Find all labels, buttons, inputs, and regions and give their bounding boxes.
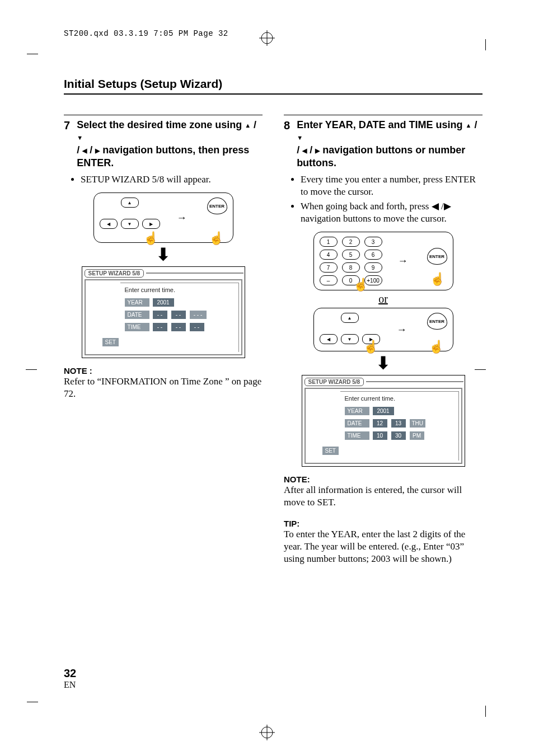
note-text: Refer to “INFORMATION on Time Zone ” on … xyxy=(64,375,263,400)
crop-mark xyxy=(26,369,37,370)
registration-mark-bottom xyxy=(259,725,275,744)
set-row: SET xyxy=(92,336,234,346)
bullet: SETUP WIZARD 5/8 will appear. xyxy=(81,173,263,186)
page: ST200.qxd 03.3.19 7:05 PM Page 32 Initia… xyxy=(0,0,534,756)
two-column-layout: 7 Select the desired time zone using ▲ /… xyxy=(64,115,483,575)
hand-pointer-icon: ☝ xyxy=(429,341,444,353)
page-lang: EN xyxy=(64,680,76,689)
date-day: - - xyxy=(171,310,186,320)
num-4-button: 4 xyxy=(320,250,338,260)
section-title: Initial Setups (Setup Wizard) xyxy=(64,77,483,91)
remote-dpad-illustration: ▲ ◀ ▼ ▶ → ENTER ☝ ☝ xyxy=(313,308,453,351)
step-7-bullets: SETUP WIZARD 5/8 will appear. xyxy=(64,173,263,186)
time-hour: 10 xyxy=(372,431,388,440)
time-row: TIME 10 30 PM xyxy=(345,431,454,440)
date-label: DATE xyxy=(125,311,149,319)
enter-button-illustration: ENTER xyxy=(207,198,227,214)
time-ampm: PM xyxy=(409,431,425,440)
year-row: YEAR 2001 xyxy=(345,406,454,416)
time-ampm: - - xyxy=(189,322,205,332)
registration-mark-top xyxy=(259,30,275,49)
column-rule xyxy=(284,115,483,115)
screen-inner: Enter current time. YEAR 2001 DATE 12 13… xyxy=(340,391,459,461)
text: navigation buttons, then press ENTER. xyxy=(77,144,249,168)
page-number: 32 EN xyxy=(64,667,76,690)
dpad-down-button: ▼ xyxy=(341,334,359,344)
remote-numpad-illustration: 1 2 3 4 5 6 7 8 9 – 0 +100 → ENTER xyxy=(313,232,453,290)
screen-caption: Enter current time. xyxy=(125,287,234,293)
divider xyxy=(146,273,243,274)
date-month: 12 xyxy=(372,419,388,428)
screen-inner: Enter current time. YEAR 2001 DATE - - -… xyxy=(120,283,239,352)
tip-label: TIP: xyxy=(284,519,483,528)
year-label: YEAR xyxy=(345,407,369,415)
dpad-down-button: ▼ xyxy=(121,219,139,229)
note-label: NOTE : xyxy=(64,366,263,375)
hand-pointer-icon: ☝ xyxy=(209,232,224,245)
step-number: 7 xyxy=(64,119,70,132)
time-minute: 30 xyxy=(391,431,406,440)
time-row: TIME - - - - - - xyxy=(125,322,234,332)
crop-mark xyxy=(475,369,486,370)
time-label: TIME xyxy=(125,323,149,331)
down-arrow-icon: ⬇ xyxy=(376,355,390,372)
time-hour: - - xyxy=(152,322,168,332)
dpad-left-button: ◀ xyxy=(320,334,338,344)
step-7: 7 Select the desired time zone using ▲ /… xyxy=(64,119,263,169)
date-month: - - xyxy=(152,310,168,320)
note-text: After all information is entered, the cu… xyxy=(284,484,483,509)
text: Enter YEAR, DATE and TIME using xyxy=(297,119,465,130)
left-column: 7 Select the desired time zone using ▲ /… xyxy=(64,115,263,575)
column-rule xyxy=(64,115,263,115)
bullet: Every time you enter a number, press ENT… xyxy=(301,173,483,198)
up-triangle-icon: ▲ xyxy=(245,123,251,129)
num-3-button: 3 xyxy=(364,237,382,247)
screen-body: Enter current time. YEAR 2001 DATE - - -… xyxy=(85,279,242,355)
down-arrow-icon: ⬇ xyxy=(156,246,170,263)
year-row: YEAR 2001 xyxy=(125,298,234,307)
section-rule xyxy=(64,93,483,95)
tip-text: To enter the YEAR, enter the last 2 digi… xyxy=(284,528,483,565)
step-number: 8 xyxy=(284,119,290,132)
note-label: NOTE: xyxy=(284,475,483,484)
bullet: When going back and forth, press ◀ /▶ na… xyxy=(301,200,483,225)
set-button: SET xyxy=(322,447,339,455)
year-label: YEAR xyxy=(125,298,149,307)
step-8-diagram: 1 2 3 4 5 6 7 8 9 – 0 +100 → ENTER xyxy=(284,232,483,467)
crop-mark xyxy=(485,706,486,717)
date-label: DATE xyxy=(345,419,369,428)
hand-pointer-icon: ☝ xyxy=(143,232,158,245)
hand-pointer-icon: ☝ xyxy=(363,341,378,353)
numpad: 1 2 3 4 5 6 7 8 9 – 0 +100 xyxy=(320,237,382,285)
screen-header: SETUP WIZARD 5/8 xyxy=(82,267,245,279)
right-column: 8 Enter YEAR, DATE and TIME using ▲ / ▼ … xyxy=(284,115,483,575)
num-9-button: 9 xyxy=(364,262,382,273)
up-triangle-icon: ▲ xyxy=(465,123,471,129)
arrow-right-icon: → xyxy=(397,324,410,336)
num-5-button: 5 xyxy=(342,250,360,260)
num-8-button: 8 xyxy=(342,262,360,273)
year-value: 2001 xyxy=(372,406,395,416)
remote-dpad-illustration: ▲ ◀ ▼ ▶ → ENTER ☝ ☝ xyxy=(93,192,233,243)
year-value: 2001 xyxy=(152,298,175,307)
set-row: SET xyxy=(312,445,454,455)
step-instruction: Select the desired time zone using ▲ / ▼… xyxy=(77,119,263,169)
left-triangle-icon: ◀ xyxy=(302,148,307,154)
dpad-up-button: ▲ xyxy=(341,313,359,323)
dpad-left-button: ◀ xyxy=(100,219,118,229)
left-triangle-icon: ◀ xyxy=(82,148,87,154)
step-7-diagram: ▲ ◀ ▼ ▶ → ENTER ☝ ☝ ⬇ SETUP WIZARD 5/8 xyxy=(64,192,263,358)
arrow-right-icon: → xyxy=(177,212,190,224)
num-6-button: 6 xyxy=(364,250,382,260)
date-weekday: THU xyxy=(409,419,427,428)
screen-mock-blank: SETUP WIZARD 5/8 Enter current time. YEA… xyxy=(82,266,245,358)
set-button: SET xyxy=(102,338,119,346)
dpad: ▲ ◀ ▼ ▶ xyxy=(100,198,160,229)
crop-mark xyxy=(27,702,38,702)
step-8-bullets: Every time you enter a number, press ENT… xyxy=(284,173,483,225)
right-triangle-icon: ▶ xyxy=(95,148,100,154)
crop-mark xyxy=(485,39,486,50)
arrow-right-icon: → xyxy=(398,255,411,267)
num-2-button: 2 xyxy=(342,237,360,247)
text: Select the desired time zone using xyxy=(77,119,245,130)
